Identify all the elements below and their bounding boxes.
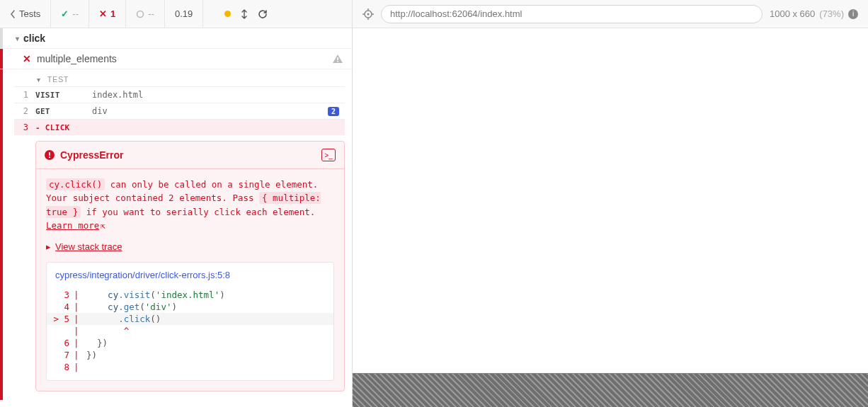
terminal-icon: >_ [324,151,332,159]
command-name: VISIT [35,91,92,100]
chevron-left-icon [10,10,16,18]
command-message: index.html [92,90,339,100]
viewport-scale: (73%) [819,8,844,19]
command-message: div [92,106,328,116]
stat-passed: ✓ -- [51,0,89,28]
code-line: 8 | [47,361,333,373]
test-title: multiple_elements [37,53,117,64]
stack-trace-label: View stack trace [55,241,122,252]
svg-point-7 [367,13,370,15]
suite-block: ▾ click ✕ multiple_elements [0,28,352,69]
command-number: 3 [14,122,35,132]
reporter-toolbar: Tests ✓ -- ✕ 1 -- 0.19 [0,0,352,28]
error-message: cy.click() can only be called on a singl… [36,169,344,241]
svg-rect-2 [337,61,338,62]
code-frame-source: 3 | cy.visit('index.html') 4 | cy.get('d… [47,286,333,380]
caret-right-icon: ▸ [46,241,51,252]
command-number: 2 [14,106,35,116]
command-row-error[interactable]: 3 CLICK [14,119,345,135]
aut-iframe-area[interactable] [353,28,868,373]
command-number: 1 [14,90,35,100]
stat-failed: ✕ 1 [89,0,126,28]
url-text: http://localhost:62064/index.html [390,8,522,19]
code-line: 6 | }) [47,337,333,349]
selector-playground-icon[interactable] [362,8,374,20]
check-icon: ✓ [61,8,69,19]
suite-header[interactable]: ▾ click [0,28,352,48]
suite-title: click [23,33,45,44]
warning-dot-icon[interactable] [224,11,231,17]
circle-icon [136,10,144,18]
x-icon: ✕ [99,8,107,19]
toolbar-spacer [203,0,352,28]
back-to-tests[interactable]: Tests [0,0,51,28]
test-row[interactable]: ✕ multiple_elements [0,48,352,69]
aut-pane: http://localhost:62064/index.html 1000 x… [353,0,868,407]
svg-point-0 [137,11,144,17]
elements-badge: 2 [328,107,339,116]
code-frame: cypress/integration/driver/click-errors.… [46,262,334,381]
arrows-vertical-icon[interactable] [241,9,248,19]
overflow-hatch [353,373,868,407]
error-header: CypressError >_ [36,142,344,169]
command-log: ▾ TEST 1 VISIT index.html 2 GET div 2 3 … [0,69,352,400]
viewport-dimensions: 1000 x 660 [770,8,815,19]
viewport-info[interactable]: 1000 x 660 (73%) i [770,8,858,19]
svg-rect-1 [337,57,338,60]
x-icon: ✕ [23,53,31,64]
reporter-pane: Tests ✓ -- ✕ 1 -- 0.19 [0,0,353,407]
code-line-highlighted: > 5 | .click() [47,313,333,325]
error-panel: CypressError >_ cy.click() can only be c… [35,141,345,391]
command-name: GET [35,107,92,116]
error-icon [45,150,55,160]
aut-header: http://localhost:62064/index.html 1000 x… [353,0,868,28]
info-icon: i [848,9,858,19]
code-line-caret: | ^ [47,325,333,337]
back-label: Tests [19,8,40,19]
code-frame-path[interactable]: cypress/integration/driver/click-errors.… [47,263,333,286]
code-line: 4 | cy.get('div') [47,301,333,313]
command-name: CLICK [35,123,92,132]
view-stack-trace[interactable]: ▸ View stack trace [36,241,344,262]
error-title: CypressError [60,149,124,161]
svg-rect-5 [49,156,50,158]
reload-icon[interactable] [258,9,268,19]
section-label: ▾ TEST [14,69,345,86]
command-row[interactable]: 2 GET div 2 [14,103,345,119]
code-snippet: cy.click() [46,178,105,190]
stat-failed-count: 1 [110,8,115,19]
open-console-button[interactable]: >_ [321,149,336,161]
stat-passed-count: -- [72,8,79,19]
learn-more-link[interactable]: Learn more [46,220,99,231]
code-line: 3 | cy.visit('index.html') [47,289,333,301]
stat-pending: -- [126,0,165,28]
duration-value: 0.19 [175,8,193,19]
code-line: 7 | }) [47,349,333,361]
command-row[interactable]: 1 VISIT index.html [14,86,345,103]
duration: 0.19 [165,0,203,28]
caret-down-icon: ▾ [16,35,19,42]
external-link-icon: ⇱ [101,222,105,231]
url-bar[interactable]: http://localhost:62064/index.html [381,5,763,23]
caret-down-icon: ▾ [37,76,41,84]
warning-icon [332,54,343,64]
stat-pending-count: -- [148,8,154,19]
svg-rect-4 [49,152,50,156]
